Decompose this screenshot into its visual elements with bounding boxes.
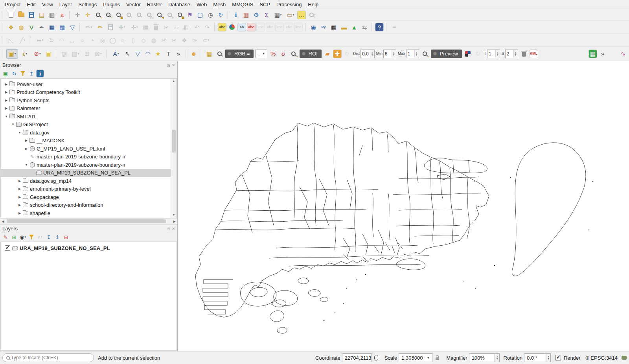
expander-icon[interactable]: ▶ — [4, 83, 9, 86]
spinner-arrows-icon[interactable]: ▲▼ — [414, 50, 419, 58]
select-by-location-icon[interactable]: ▣ — [44, 49, 53, 59]
menu-mesh[interactable]: Mesh — [210, 1, 229, 8]
expander-icon[interactable]: ▼ — [11, 123, 15, 126]
expander-icon[interactable]: ▶ — [4, 99, 9, 102]
expander-icon[interactable]: ▶ — [17, 187, 22, 191]
menu-edit[interactable]: Edit — [24, 1, 39, 8]
extents-toggle-icon[interactable] — [374, 355, 378, 360]
line-annotation-icon[interactable]: ◠ — [143, 49, 153, 59]
scp-band-set-icon[interactable]: ▦ — [204, 49, 214, 59]
more-tools-icon[interactable]: ≔ — [390, 22, 399, 32]
tree-item-data-gov-sg-mp14[interactable]: ▶data.gov.sg_mp14 — [1, 177, 177, 185]
add-raster-layer-icon[interactable]: ▩ — [57, 22, 67, 32]
expander-icon[interactable]: ▶ — [24, 147, 29, 151]
collapse-all-layers-icon[interactable]: ↥ — [53, 233, 61, 241]
tree-item-rainmeter[interactable]: ▶Rainmeter — [1, 105, 177, 113]
zoom-out-icon[interactable]: − — [103, 10, 113, 20]
tree-item-master-plan-2019-subzone-boundary-n[interactable]: ▼master-plan-2019-subzone-boundary-n — [1, 161, 177, 169]
spinner-arrows-icon[interactable]: ▲▼ — [495, 50, 500, 58]
dropdown-caret-icon[interactable]: ▾ — [42, 39, 44, 42]
new-print-layout-icon[interactable]: ▤ — [37, 10, 46, 20]
scp-stretch-icon[interactable]: % — [269, 49, 278, 59]
open-data-source-manager-icon[interactable]: ❖ — [6, 22, 16, 32]
locator-search[interactable] — [2, 353, 94, 362]
expander-icon[interactable]: ▶ — [4, 107, 9, 110]
dropdown-caret-icon[interactable]: ▾ — [39, 52, 41, 55]
dropdown-caret-icon[interactable]: ▾ — [118, 52, 119, 55]
dropdown-caret-icon[interactable]: ▾ — [208, 39, 210, 42]
tree-item-school-directory-and-information[interactable]: ▶school-directory-and-information — [1, 201, 177, 210]
scp-t[interactable]: T1▲▼ — [484, 50, 500, 58]
processing-toolbox-icon[interactable]: ⚙ — [252, 10, 261, 20]
scale-combo[interactable]: 1:305000 ▼ — [399, 353, 432, 362]
dropdown-caret-icon[interactable]: ▾ — [26, 52, 27, 55]
zoom-to-selection-icon[interactable]: ◀ — [154, 10, 164, 20]
dropdown-caret-icon[interactable]: ▾ — [100, 52, 102, 55]
scp-tools-icon[interactable]: ▲ — [349, 22, 359, 32]
menu-view[interactable]: View — [39, 1, 56, 8]
tree-item-gisproject[interactable]: ▼GISProject — [1, 121, 177, 129]
dropdown-caret-icon[interactable]: ▾ — [280, 13, 282, 17]
annotation-overflow-icon[interactable]: » — [174, 49, 183, 59]
help-contents-icon[interactable]: ? — [375, 23, 384, 31]
tree-item-python-scripts[interactable]: ▶Python Scripts — [1, 96, 177, 105]
text-annotation-item-icon[interactable]: T — [164, 49, 173, 59]
raster-analysis-icon[interactable]: ▦ — [329, 22, 338, 32]
scp-sigma-stretch-icon[interactable]: σ — [279, 49, 288, 59]
profile-tool-icon[interactable]: ⇆ — [360, 22, 369, 32]
scp-zoom-preview-icon[interactable]: + — [420, 49, 430, 59]
expander-icon[interactable]: ▶ — [17, 179, 22, 183]
zoom-in-icon[interactable]: + — [93, 10, 103, 20]
tree-item-master-plan-2019-subzone-boundary-n[interactable]: ✎master-plan-2019-subzone-boundary-n — [1, 153, 177, 161]
menu-plugins[interactable]: Plugins — [100, 1, 123, 8]
tree-item-power-user[interactable]: ▶Power-user — [1, 80, 177, 88]
coordinate-field[interactable]: 22704,2113 — [342, 353, 372, 362]
menu-project[interactable]: Project — [2, 1, 24, 8]
lock-scale-icon[interactable] — [436, 357, 439, 360]
label-toolbar-single-icon[interactable]: ab — [237, 23, 246, 31]
menu-help[interactable]: Help — [305, 1, 322, 8]
plugin-smiley-icon[interactable]: ☻ — [189, 49, 199, 59]
dropdown-caret-icon[interactable]: ▾ — [78, 52, 79, 55]
map-canvas[interactable] — [178, 61, 629, 351]
python-console-icon[interactable]: Py — [319, 22, 328, 32]
open-layer-styling-panel-icon[interactable]: ✎ — [2, 233, 9, 241]
text-annotation-icon[interactable]: A▾ — [110, 49, 122, 59]
layer-item[interactable]: URA_MP19_SUBZONE_NO_SEA_PL — [1, 244, 177, 252]
layer-visibility-checkbox[interactable] — [5, 245, 10, 251]
zoom-full-icon[interactable]: ▣ — [114, 10, 123, 20]
label-toolbar-rule-icon[interactable]: abc — [247, 23, 256, 31]
map-tips-icon[interactable]: … — [297, 11, 306, 19]
spinner-arrows-icon[interactable]: ▲▼ — [370, 50, 374, 58]
scp-zoom-in-icon[interactable]: + — [289, 49, 298, 59]
scp-min[interactable]: Min6▲▼ — [376, 50, 396, 58]
tree-item-shapefile[interactable]: ▶shapefile — [1, 209, 177, 217]
temporal-controller-icon[interactable]: ◷ — [206, 10, 215, 20]
layer-diagram-options-icon[interactable] — [227, 22, 237, 32]
scroll-down-icon[interactable]: ▼ — [171, 212, 177, 218]
expander-icon[interactable]: ▼ — [17, 131, 22, 134]
menu-raster[interactable]: Raster — [144, 1, 165, 8]
menu-vector[interactable]: Vector — [123, 1, 144, 8]
expander-icon[interactable]: ▶ — [17, 203, 22, 207]
spinner-arrows-icon[interactable]: ▲▼ — [513, 50, 518, 58]
scrollbar-thumb[interactable] — [172, 130, 176, 153]
dropdown-caret-icon[interactable]: ▾ — [136, 26, 138, 29]
browser-horizontal-scrollbar[interactable]: ◀ ▶ — [0, 218, 177, 224]
georeferencer-icon[interactable]: ▬ — [339, 22, 349, 32]
dropdown-caret-icon[interactable]: ▾ — [15, 52, 16, 55]
expander-icon[interactable]: ▼ — [4, 115, 9, 118]
expander-icon[interactable]: ▶ — [17, 211, 22, 215]
new-project-icon[interactable] — [6, 10, 16, 20]
pan-map-to-selection-icon[interactable]: ✛ — [83, 10, 92, 20]
dropdown-caret-icon[interactable]: ▾ — [293, 13, 294, 17]
filter-browser-icon[interactable] — [19, 70, 27, 77]
tree-item-smt201[interactable]: ▼SMT201 — [1, 112, 177, 121]
scp-rgb-composite-icon[interactable] — [463, 49, 473, 59]
scp-kml-icon[interactable]: KML — [530, 50, 538, 58]
attributes-grid-icon[interactable]: ▦ — [589, 50, 597, 58]
scp-roi-polygon-icon[interactable]: ▰ — [323, 49, 332, 59]
browser-vertical-scrollbar[interactable]: ▲ ▼ — [171, 79, 177, 218]
magnifier-field[interactable]: 100% — [469, 353, 495, 362]
dropdown-caret-icon[interactable]: ▾ — [314, 13, 316, 17]
